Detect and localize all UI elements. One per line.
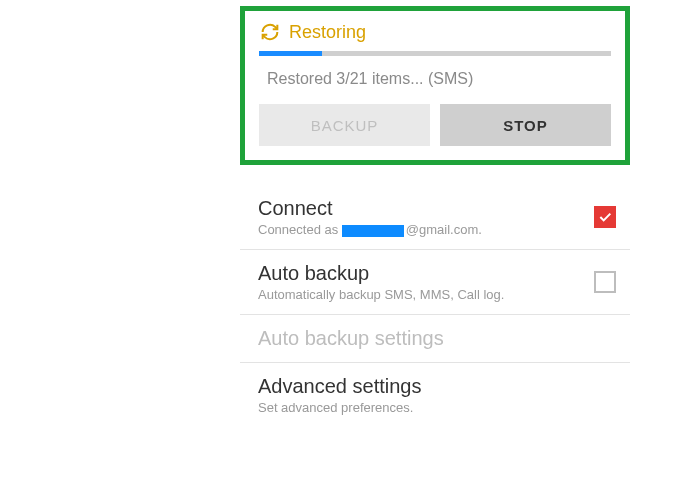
connect-sub-suffix: @gmail.com.	[406, 222, 482, 237]
redacted-email-icon	[342, 225, 404, 237]
settings-list: Connect Connected as @gmail.com. Auto ba…	[240, 185, 630, 427]
connect-subtitle: Connected as @gmail.com.	[258, 222, 482, 237]
autobackup-subtitle: Automatically backup SMS, MMS, Call log.	[258, 287, 504, 302]
autobackup-checkbox[interactable]	[594, 271, 616, 293]
restore-button-row: BACKUP STOP	[259, 104, 611, 146]
connect-sub-prefix: Connected as	[258, 222, 342, 237]
sync-icon	[259, 21, 281, 43]
autobackup-settings-title: Auto backup settings	[258, 327, 444, 350]
advanced-subtitle: Set advanced preferences.	[258, 400, 421, 415]
restore-status-text: Restored 3/21 items... (SMS)	[267, 70, 611, 88]
autobackup-item[interactable]: Auto backup Automatically backup SMS, MM…	[240, 250, 630, 315]
progress-bar	[259, 51, 611, 56]
autobackup-settings-item[interactable]: Auto backup settings	[240, 315, 630, 363]
connect-checkbox[interactable]	[594, 206, 616, 228]
stop-button[interactable]: STOP	[440, 104, 611, 146]
backup-button: BACKUP	[259, 104, 430, 146]
restore-title: Restoring	[289, 22, 366, 43]
restore-panel: Restoring Restored 3/21 items... (SMS) B…	[240, 6, 630, 165]
connect-item[interactable]: Connect Connected as @gmail.com.	[240, 185, 630, 250]
restore-header: Restoring	[259, 21, 611, 43]
progress-bar-fill	[259, 51, 322, 56]
advanced-settings-item[interactable]: Advanced settings Set advanced preferenc…	[240, 363, 630, 427]
autobackup-title: Auto backup	[258, 262, 504, 285]
advanced-title: Advanced settings	[258, 375, 421, 398]
connect-title: Connect	[258, 197, 482, 220]
